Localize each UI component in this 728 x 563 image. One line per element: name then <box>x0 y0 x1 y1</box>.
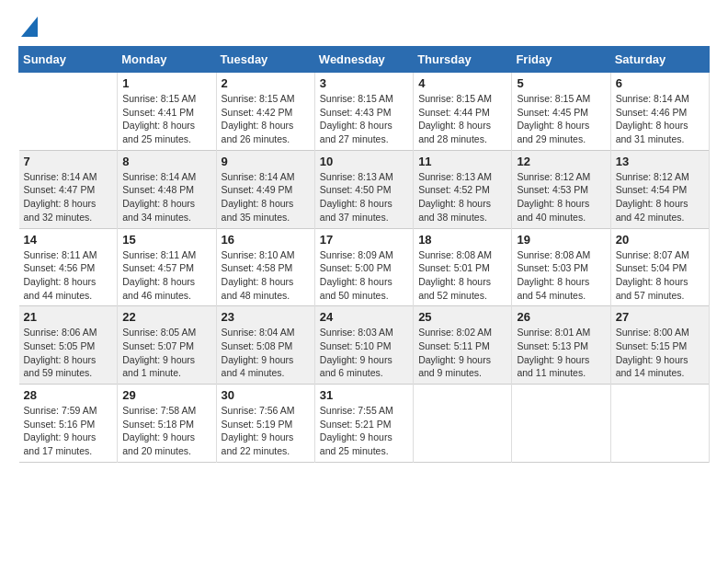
day-number: 7 <box>24 155 113 168</box>
calendar-cell <box>512 385 610 463</box>
day-number: 8 <box>122 155 210 168</box>
header-wednesday: Wednesday <box>314 47 413 73</box>
calendar-cell: 20Sunrise: 8:07 AMSunset: 5:04 PMDayligh… <box>610 228 709 306</box>
day-info: Sunrise: 8:12 AMSunset: 4:53 PMDaylight:… <box>517 170 605 224</box>
calendar-cell: 2Sunrise: 8:15 AMSunset: 4:42 PMDaylight… <box>216 73 314 151</box>
day-info: Sunrise: 8:14 AMSunset: 4:46 PMDaylight:… <box>616 92 704 146</box>
day-info: Sunrise: 8:07 AMSunset: 5:04 PMDaylight:… <box>616 248 704 303</box>
calendar-header-row: SundayMondayTuesdayWednesdayThursdayFrid… <box>19 47 710 73</box>
week-row-5: 28Sunrise: 7:59 AMSunset: 5:16 PMDayligh… <box>19 385 710 463</box>
day-info: Sunrise: 8:13 AMSunset: 4:50 PMDaylight:… <box>320 170 408 224</box>
day-number: 14 <box>24 233 113 247</box>
calendar-cell <box>414 385 512 463</box>
day-number: 29 <box>122 388 210 402</box>
day-info: Sunrise: 8:00 AMSunset: 5:15 PMDaylight:… <box>616 326 704 380</box>
calendar-cell: 10Sunrise: 8:13 AMSunset: 4:50 PMDayligh… <box>314 150 413 228</box>
day-info: Sunrise: 7:58 AMSunset: 5:18 PMDaylight:… <box>122 404 210 458</box>
header-monday: Monday <box>118 47 216 73</box>
calendar-cell: 23Sunrise: 8:04 AMSunset: 5:08 PMDayligh… <box>216 306 314 385</box>
calendar-cell <box>19 73 118 151</box>
svg-marker-0 <box>21 17 38 37</box>
calendar-cell: 13Sunrise: 8:12 AMSunset: 4:54 PMDayligh… <box>610 150 709 228</box>
day-number: 24 <box>320 310 408 324</box>
calendar-cell: 26Sunrise: 8:01 AMSunset: 5:13 PMDayligh… <box>512 306 610 385</box>
calendar-cell: 15Sunrise: 8:11 AMSunset: 4:57 PMDayligh… <box>118 228 216 306</box>
calendar-cell: 24Sunrise: 8:03 AMSunset: 5:10 PMDayligh… <box>314 306 413 385</box>
calendar-cell: 18Sunrise: 8:08 AMSunset: 5:01 PMDayligh… <box>414 228 512 306</box>
calendar-cell: 12Sunrise: 8:12 AMSunset: 4:53 PMDayligh… <box>512 150 610 228</box>
day-info: Sunrise: 8:01 AMSunset: 5:13 PMDaylight:… <box>517 326 605 380</box>
day-info: Sunrise: 8:15 AMSunset: 4:45 PMDaylight:… <box>517 92 605 146</box>
calendar-cell: 30Sunrise: 7:56 AMSunset: 5:19 PMDayligh… <box>216 385 314 463</box>
calendar-cell: 6Sunrise: 8:14 AMSunset: 4:46 PMDaylight… <box>610 73 709 151</box>
calendar-table: SundayMondayTuesdayWednesdayThursdayFrid… <box>18 46 710 463</box>
day-info: Sunrise: 8:11 AMSunset: 4:56 PMDaylight:… <box>24 248 113 303</box>
day-info: Sunrise: 8:14 AMSunset: 4:49 PMDaylight:… <box>222 170 310 224</box>
day-info: Sunrise: 8:14 AMSunset: 4:48 PMDaylight:… <box>122 170 210 224</box>
day-number: 13 <box>616 155 704 168</box>
day-number: 5 <box>517 76 605 90</box>
day-number: 31 <box>320 388 408 402</box>
day-number: 15 <box>122 233 210 247</box>
week-row-1: 1Sunrise: 8:15 AMSunset: 4:41 PMDaylight… <box>19 73 710 151</box>
calendar-cell: 28Sunrise: 7:59 AMSunset: 5:16 PMDayligh… <box>19 385 118 463</box>
day-info: Sunrise: 8:15 AMSunset: 4:41 PMDaylight:… <box>122 92 210 146</box>
day-info: Sunrise: 8:15 AMSunset: 4:42 PMDaylight:… <box>222 92 310 146</box>
header-saturday: Saturday <box>610 47 709 73</box>
day-number: 25 <box>418 310 506 324</box>
calendar-cell: 11Sunrise: 8:13 AMSunset: 4:52 PMDayligh… <box>414 150 512 228</box>
day-number: 28 <box>24 388 113 402</box>
calendar-cell: 14Sunrise: 8:11 AMSunset: 4:56 PMDayligh… <box>19 228 118 306</box>
page-header <box>18 18 710 37</box>
calendar-cell <box>610 385 709 463</box>
day-number: 19 <box>517 233 605 247</box>
day-info: Sunrise: 8:15 AMSunset: 4:44 PMDaylight:… <box>418 92 506 146</box>
day-number: 12 <box>517 155 605 168</box>
day-info: Sunrise: 8:03 AMSunset: 5:10 PMDaylight:… <box>320 326 408 380</box>
day-number: 21 <box>24 310 113 324</box>
day-info: Sunrise: 8:10 AMSunset: 4:58 PMDaylight:… <box>222 248 310 303</box>
day-number: 4 <box>418 76 506 90</box>
day-info: Sunrise: 7:59 AMSunset: 5:16 PMDaylight:… <box>24 404 113 458</box>
day-number: 6 <box>616 76 704 90</box>
day-number: 16 <box>222 233 310 247</box>
logo <box>18 18 38 37</box>
header-friday: Friday <box>512 47 610 73</box>
week-row-3: 14Sunrise: 8:11 AMSunset: 4:56 PMDayligh… <box>19 228 710 306</box>
calendar-cell: 19Sunrise: 8:08 AMSunset: 5:03 PMDayligh… <box>512 228 610 306</box>
week-row-4: 21Sunrise: 8:06 AMSunset: 5:05 PMDayligh… <box>19 306 710 385</box>
day-info: Sunrise: 8:11 AMSunset: 4:57 PMDaylight:… <box>122 248 210 303</box>
day-number: 20 <box>616 233 704 247</box>
day-number: 26 <box>517 310 605 324</box>
calendar-cell: 25Sunrise: 8:02 AMSunset: 5:11 PMDayligh… <box>414 306 512 385</box>
day-info: Sunrise: 8:12 AMSunset: 4:54 PMDaylight:… <box>616 170 704 224</box>
calendar-cell: 16Sunrise: 8:10 AMSunset: 4:58 PMDayligh… <box>216 228 314 306</box>
day-number: 11 <box>418 155 506 168</box>
header-tuesday: Tuesday <box>216 47 314 73</box>
calendar-cell: 27Sunrise: 8:00 AMSunset: 5:15 PMDayligh… <box>610 306 709 385</box>
day-number: 3 <box>320 76 408 90</box>
calendar-cell: 5Sunrise: 8:15 AMSunset: 4:45 PMDaylight… <box>512 73 610 151</box>
calendar-cell: 7Sunrise: 8:14 AMSunset: 4:47 PMDaylight… <box>19 150 118 228</box>
day-number: 1 <box>122 76 210 90</box>
calendar-cell: 1Sunrise: 8:15 AMSunset: 4:41 PMDaylight… <box>118 73 216 151</box>
day-info: Sunrise: 7:56 AMSunset: 5:19 PMDaylight:… <box>222 404 310 458</box>
calendar-cell: 3Sunrise: 8:15 AMSunset: 4:43 PMDaylight… <box>314 73 413 151</box>
header-sunday: Sunday <box>19 47 118 73</box>
calendar-cell: 31Sunrise: 7:55 AMSunset: 5:21 PMDayligh… <box>314 385 413 463</box>
day-number: 23 <box>222 310 310 324</box>
calendar-cell: 29Sunrise: 7:58 AMSunset: 5:18 PMDayligh… <box>118 385 216 463</box>
day-info: Sunrise: 8:02 AMSunset: 5:11 PMDaylight:… <box>418 326 506 380</box>
header-thursday: Thursday <box>414 47 512 73</box>
day-info: Sunrise: 8:04 AMSunset: 5:08 PMDaylight:… <box>222 326 310 380</box>
calendar-cell: 9Sunrise: 8:14 AMSunset: 4:49 PMDaylight… <box>216 150 314 228</box>
day-info: Sunrise: 8:06 AMSunset: 5:05 PMDaylight:… <box>24 326 113 380</box>
day-number: 2 <box>222 76 310 90</box>
calendar-cell: 22Sunrise: 8:05 AMSunset: 5:07 PMDayligh… <box>118 306 216 385</box>
day-info: Sunrise: 8:14 AMSunset: 4:47 PMDaylight:… <box>24 170 113 224</box>
calendar-cell: 17Sunrise: 8:09 AMSunset: 5:00 PMDayligh… <box>314 228 413 306</box>
logo-icon <box>21 17 38 37</box>
day-info: Sunrise: 8:09 AMSunset: 5:00 PMDaylight:… <box>320 248 408 303</box>
day-number: 30 <box>222 388 310 402</box>
day-info: Sunrise: 8:15 AMSunset: 4:43 PMDaylight:… <box>320 92 408 146</box>
